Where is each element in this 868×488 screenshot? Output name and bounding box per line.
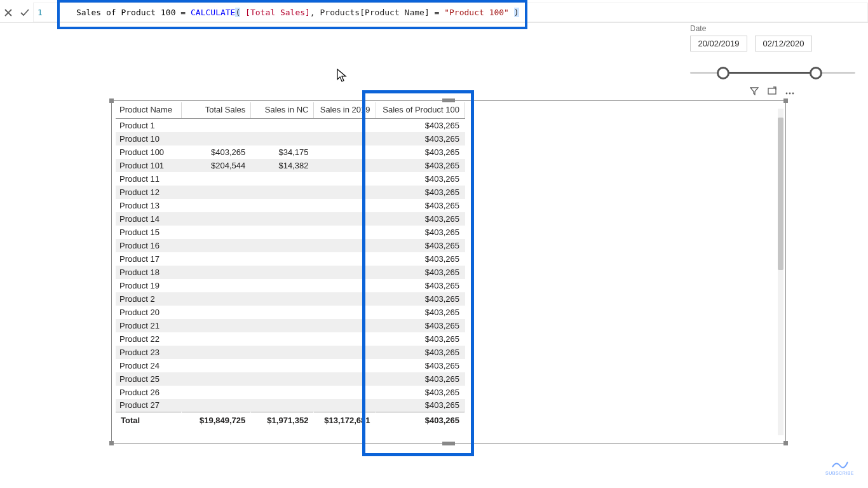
scrollbar-thumb[interactable]: [778, 118, 783, 270]
col-header-product-name[interactable]: Product Name: [116, 102, 181, 119]
table-row[interactable]: Product 27$403,265: [116, 399, 465, 412]
date-end-input[interactable]: 02/12/2020: [755, 36, 812, 51]
cell-total-sales: [181, 186, 250, 199]
cell-sales-nc: [251, 359, 314, 372]
cell-sales-2019: [314, 172, 376, 186]
cell-sales-product-100: $403,265: [376, 132, 465, 146]
total-sales-product-100: $403,265: [376, 412, 465, 429]
cell-total-sales: [181, 399, 250, 412]
slider-handle-start[interactable]: [717, 67, 729, 79]
cell-sales-product-100: $403,265: [376, 146, 465, 159]
cell-sales-2019: [314, 226, 376, 239]
cell-sales-2019: [314, 119, 376, 132]
cell-product-name: Product 2: [116, 292, 181, 306]
cell-total-sales: [181, 119, 250, 132]
cell-product-name: Product 13: [116, 199, 181, 212]
cell-total-sales: [181, 346, 250, 359]
table-row[interactable]: Product 13$403,265: [116, 199, 465, 212]
cell-sales-2019: [314, 292, 376, 306]
table-row[interactable]: Product 16$403,265: [116, 239, 465, 252]
table-row[interactable]: Product 15$403,265: [116, 226, 465, 239]
cell-sales-nc: $14,382: [251, 159, 314, 172]
svg-point-1: [786, 93, 788, 95]
cell-sales-2019: [314, 319, 376, 332]
more-options-icon[interactable]: [785, 86, 794, 97]
formula-text: Sales of Product 100 = CALCULATE( [Total…: [46, 0, 519, 27]
mouse-cursor-icon: [337, 69, 348, 85]
table-row[interactable]: Product 19$403,265: [116, 279, 465, 292]
resize-handle-bl[interactable]: [109, 441, 114, 445]
cell-sales-2019: [314, 146, 376, 159]
table-row[interactable]: Product 24$403,265: [116, 359, 465, 372]
cell-total-sales: [181, 252, 250, 266]
cell-sales-nc: [251, 399, 314, 412]
col-header-sales-2019[interactable]: Sales in 2019: [314, 102, 376, 119]
cell-sales-2019: [314, 399, 376, 412]
subscribe-watermark: SUBSCRIBE: [825, 459, 854, 475]
filter-icon[interactable]: [750, 86, 759, 97]
cell-sales-product-100: $403,265: [376, 212, 465, 226]
table-row[interactable]: Product 100$403,265$34,175$403,265: [116, 146, 465, 159]
table-row[interactable]: Product 2$403,265: [116, 292, 465, 306]
cell-total-sales: [181, 306, 250, 319]
cell-total-sales: [181, 332, 250, 346]
cell-sales-product-100: $403,265: [376, 319, 465, 332]
table-row[interactable]: Product 22$403,265: [116, 332, 465, 346]
table-row[interactable]: Product 11$403,265: [116, 172, 465, 186]
date-start-input[interactable]: 20/02/2019: [690, 36, 747, 51]
cell-sales-product-100: $403,265: [376, 226, 465, 239]
focus-mode-icon[interactable]: [768, 86, 776, 97]
cell-product-name: Product 16: [116, 239, 181, 252]
table-row[interactable]: Product 21$403,265: [116, 319, 465, 332]
cell-sales-nc: [251, 386, 314, 399]
table-row[interactable]: Product 26$403,265: [116, 386, 465, 399]
date-slider[interactable]: [690, 65, 855, 81]
table-row[interactable]: Product 101$204,544$14,382$403,265: [116, 159, 465, 172]
cell-product-name: Product 20: [116, 306, 181, 319]
resize-handle-tl[interactable]: [109, 98, 114, 103]
col-header-sales-product-100[interactable]: Sales of Product 100: [376, 102, 465, 119]
slicer-title: Date: [690, 24, 855, 33]
table-row[interactable]: Product 23$403,265: [116, 346, 465, 359]
table-row[interactable]: Product 17$403,265: [116, 252, 465, 266]
cell-sales-nc: [251, 199, 314, 212]
cell-sales-2019: [314, 346, 376, 359]
resize-handle-tr[interactable]: [783, 98, 788, 103]
vertical-scrollbar[interactable]: [778, 109, 783, 435]
resize-handle-br[interactable]: [783, 441, 788, 445]
commit-formula-button[interactable]: [17, 4, 33, 21]
cell-sales-nc: [251, 132, 314, 146]
cell-product-name: Product 21: [116, 319, 181, 332]
table-row[interactable]: Product 12$403,265: [116, 186, 465, 199]
cell-total-sales: [181, 239, 250, 252]
cell-total-sales: [181, 172, 250, 186]
cell-sales-nc: [251, 346, 314, 359]
slider-handle-end[interactable]: [810, 67, 822, 79]
table-row[interactable]: Product 18$403,265: [116, 266, 465, 279]
total-label: Total: [116, 412, 181, 429]
total-total-sales: $19,849,725: [181, 412, 250, 429]
table-row[interactable]: Product 14$403,265: [116, 212, 465, 226]
cell-sales-product-100: $403,265: [376, 359, 465, 372]
cell-total-sales: [181, 372, 250, 386]
col-header-sales-nc[interactable]: Sales in NC: [251, 102, 314, 119]
cancel-formula-button[interactable]: [0, 4, 17, 21]
cell-product-name: Product 24: [116, 359, 181, 372]
table-row[interactable]: Product 1$403,265: [116, 119, 465, 132]
cell-product-name: Product 10: [116, 132, 181, 146]
table-visual[interactable]: Product Name Total Sales Sales in NC Sal…: [111, 100, 786, 444]
cell-sales-nc: [251, 372, 314, 386]
cell-sales-product-100: $403,265: [376, 266, 465, 279]
col-header-total-sales[interactable]: Total Sales: [181, 102, 250, 119]
cell-product-name: Product 15: [116, 226, 181, 239]
resize-handle-bottom[interactable]: [442, 442, 455, 445]
table-row[interactable]: Product 10$403,265: [116, 132, 465, 146]
table-row[interactable]: Product 20$403,265: [116, 306, 465, 319]
cell-sales-2019: [314, 386, 376, 399]
cell-total-sales: [181, 199, 250, 212]
cell-total-sales: $204,544: [181, 159, 250, 172]
cell-sales-product-100: $403,265: [376, 239, 465, 252]
formula-input[interactable]: 1 Sales of Product 100 = CALCULATE( [Tot…: [33, 3, 868, 22]
cell-sales-product-100: $403,265: [376, 386, 465, 399]
table-row[interactable]: Product 25$403,265: [116, 372, 465, 386]
